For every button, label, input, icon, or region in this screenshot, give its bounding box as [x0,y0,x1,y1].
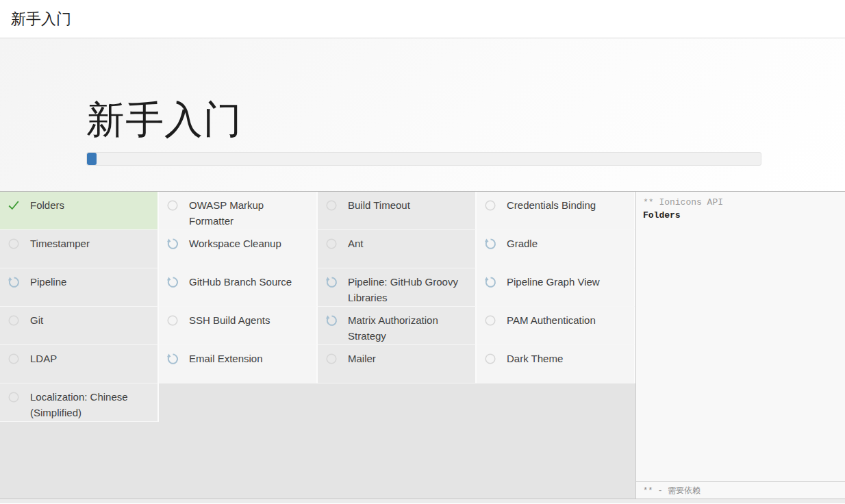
plugin-label: Email Extension [189,351,263,367]
plugin-label: Git [30,313,43,329]
plugin-cell: Timestamper [0,230,159,268]
plugin-cell: GitHub Branch Source [159,268,318,307]
refresh-spinner-icon [166,275,179,289]
circle-outline-icon [7,237,21,251]
refresh-spinner-icon [483,237,497,251]
plugin-cell: Pipeline: GitHub Groovy Libraries [318,268,477,307]
plugin-cell: Workspace Cleanup [159,230,318,268]
plugin-cell: OWASP Markup Formatter [159,192,318,230]
plugin-cell: Gradle [477,230,635,268]
plugin-label: Workspace Cleanup [189,236,281,252]
plugin-label: Credentials Binding [507,198,596,214]
plugin-label: Gradle [507,236,538,252]
plugin-cell: SSH Build Agents [159,307,318,345]
install-progress-fill [87,153,97,165]
check-icon [7,199,21,212]
plugin-cell: Credentials Binding [477,192,635,230]
getting-started-header: 新手入门 [0,38,845,192]
plugin-label: OWASP Markup Formatter [189,198,311,229]
plugin-cell: Mailer [318,345,477,383]
refresh-spinner-icon [166,237,179,251]
plugin-cell: Build Timeout [318,192,477,230]
plugin-label: Localization: Chinese (Simplified) [30,390,152,420]
plugin-label: GitHub Branch Source [189,275,292,290]
plugin-label: Matrix Authorization Strategy [348,313,470,344]
plugin-label: Pipeline Graph View [507,275,600,290]
main-content: Folders OWASP Markup Formatter Build Tim… [0,192,845,499]
page-bottom-edge [0,499,845,503]
circle-outline-icon [483,352,497,366]
plugin-cell: Dark Theme [477,345,635,383]
plugin-label: SSH Build Agents [189,313,270,329]
plugin-label: Timestamper [30,236,90,252]
plugin-cell: Localization: Chinese (Simplified) [0,383,159,422]
refresh-spinner-icon [166,352,179,366]
refresh-spinner-icon [7,275,21,289]
circle-outline-icon [325,352,338,366]
plugin-cell: LDAP [0,345,159,383]
circle-outline-icon [7,390,21,404]
circle-outline-icon [166,199,179,212]
plugin-cell: PAM Authentication [477,307,635,345]
refresh-spinner-icon [483,275,497,289]
plugin-label: LDAP [30,351,57,367]
circle-outline-icon [483,199,497,212]
install-progress-bar [86,152,761,166]
console-line: Folders [643,210,838,223]
circle-outline-icon [7,314,21,327]
plugin-label: Pipeline: GitHub Groovy Libraries [348,275,470,305]
plugin-label: PAM Authentication [507,313,596,329]
plugin-cell: Pipeline [0,268,159,307]
plugin-label: Pipeline [30,275,66,290]
circle-outline-icon [325,237,338,251]
plugin-grid: Folders OWASP Markup Formatter Build Tim… [0,192,635,499]
plugin-cell: Ant [318,230,477,268]
plugin-label: Build Timeout [348,198,410,214]
circle-outline-icon [7,352,21,366]
plugin-label: Mailer [348,351,376,367]
console-footer-note: ** - 需要依赖 [636,481,845,499]
plugin-label: Ant [348,236,364,252]
topbar: 新手入门 [0,0,845,38]
plugin-cell: Email Extension [159,345,318,383]
refresh-spinner-icon [325,275,338,289]
window-title: 新手入门 [11,9,71,29]
refresh-spinner-icon [325,314,338,327]
install-console-panel: ** Ionicons APIFolders** - 需要依赖 [635,192,845,499]
plugin-cell: Git [0,307,159,345]
circle-outline-icon [483,314,497,327]
console-line: ** Ionicons API [643,197,838,210]
plugin-cell: Matrix Authorization Strategy [318,307,477,345]
plugin-cell: Folders [0,192,159,230]
page-title: 新手入门 [86,96,845,144]
plugin-label: Dark Theme [507,351,563,367]
plugin-label: Folders [30,198,64,214]
plugin-cell: Pipeline Graph View [477,268,635,307]
circle-outline-icon [166,314,179,327]
circle-outline-icon [325,199,338,212]
